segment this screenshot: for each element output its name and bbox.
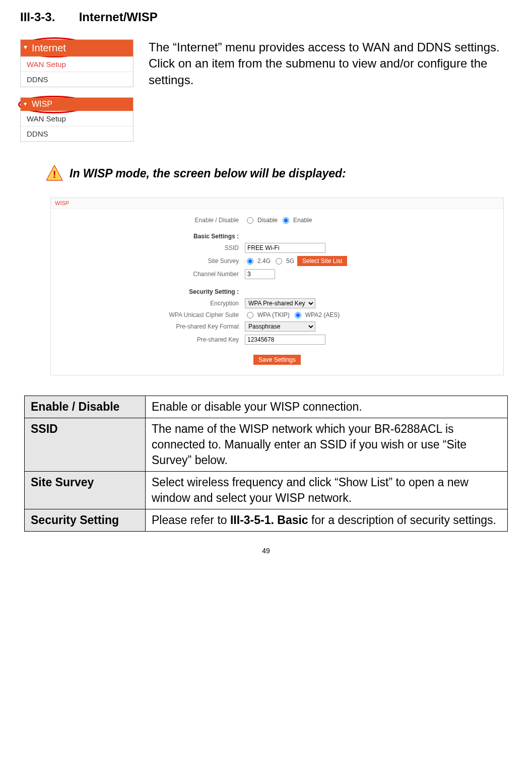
band-24-radio[interactable] — [247, 258, 253, 265]
intro-paragraph: The “Internet” menu provides access to W… — [149, 39, 512, 152]
val-security: Please refer to III-3-5-1. Basic for a d… — [146, 509, 508, 532]
section-heading: III-3-3. Internet/WISP — [20, 10, 512, 24]
description-table: Enable / Disable Enable or disable your … — [24, 396, 508, 532]
warning-line: ! In WISP mode, the screen below will be… — [45, 164, 512, 182]
enable-radio[interactable] — [283, 217, 289, 224]
psk-input[interactable] — [245, 335, 325, 345]
encryption-label: Encryption — [61, 300, 245, 307]
table-row: Enable / Disable Enable or disable your … — [25, 396, 508, 418]
wisp-menu-ddns[interactable]: DDNS — [21, 126, 133, 141]
band-5-radio[interactable] — [276, 258, 282, 265]
menu-column: Internet WAN Setup DDNS WISP WAN Setup D… — [20, 39, 134, 152]
wisp-menu-wan[interactable]: WAN Setup — [21, 111, 133, 126]
basic-settings-header: Basic Settings : — [61, 233, 245, 240]
internet-menu-wan[interactable]: WAN Setup — [21, 56, 133, 72]
val-enable: Enable or disable your WISP connection. — [146, 396, 508, 418]
cipher-aes-text: WPA2 (AES) — [305, 311, 340, 318]
val-survey: Select wireless frequency and click “Sho… — [146, 472, 508, 509]
pskfmt-select[interactable]: Passphrase — [245, 321, 315, 332]
select-site-list-button[interactable]: Select Site List — [297, 256, 347, 266]
val-ssid: The name of the WISP network which your … — [146, 418, 508, 472]
table-row: SSID The name of the WISP network which … — [25, 418, 508, 472]
disable-text: Disable — [257, 217, 278, 224]
key-survey: Site Survey — [25, 472, 146, 509]
encryption-select[interactable]: WPA Pre-shared Key — [245, 298, 315, 308]
ssid-input[interactable] — [245, 243, 325, 253]
warning-icon: ! — [45, 164, 63, 182]
internet-menu: Internet WAN Setup DDNS — [20, 39, 134, 87]
security-settings-header: Security Setting : — [61, 288, 245, 295]
sec-text-b: III-3-5-1. Basic — [230, 513, 308, 527]
channel-label: Channel Number — [61, 271, 245, 278]
cipher-label: WPA Unicast Cipher Suite — [61, 311, 245, 318]
warning-text: In WISP mode, the screen below will be d… — [70, 167, 346, 180]
channel-input[interactable] — [245, 269, 275, 279]
key-enable: Enable / Disable — [25, 396, 146, 418]
table-row: Security Setting Please refer to III-3-5… — [25, 509, 508, 532]
enable-text: Enable — [293, 217, 312, 224]
band-5-text: 5G — [286, 257, 294, 265]
wisp-panel-title: WISP — [51, 198, 503, 209]
key-ssid: SSID — [25, 418, 146, 472]
disable-radio[interactable] — [247, 217, 253, 224]
ssid-label: SSID — [61, 244, 245, 251]
sec-text-a: Please refer to — [152, 513, 230, 527]
survey-label: Site Survey — [61, 257, 245, 265]
heading-title: Internet/WISP — [79, 10, 158, 24]
pskfmt-label: Pre-shared Key Format — [61, 323, 245, 330]
wisp-settings-screenshot: WISP Enable / Disable Disable Enable Bas… — [50, 198, 504, 375]
wisp-menu: WISP WAN Setup DDNS — [20, 97, 134, 142]
cipher-tkip-radio[interactable] — [247, 312, 253, 318]
wisp-menu-header[interactable]: WISP — [21, 98, 133, 111]
key-security: Security Setting — [25, 509, 146, 532]
save-settings-button[interactable]: Save Settings — [253, 355, 301, 365]
cipher-tkip-text: WPA (TKIP) — [257, 311, 290, 318]
internet-menu-header[interactable]: Internet — [21, 40, 133, 56]
band-24-text: 2.4G — [257, 257, 271, 265]
svg-text:!: ! — [53, 169, 56, 180]
enable-label: Enable / Disable — [61, 217, 245, 224]
psk-label: Pre-shared Key — [61, 336, 245, 343]
page-number: 49 — [20, 547, 512, 555]
table-row: Site Survey Select wireless frequency an… — [25, 472, 508, 509]
sec-text-c: for a description of security settings. — [308, 513, 496, 527]
internet-menu-ddns[interactable]: DDNS — [21, 72, 133, 87]
heading-number: III-3-3. — [20, 10, 76, 24]
cipher-aes-radio[interactable] — [295, 312, 301, 318]
